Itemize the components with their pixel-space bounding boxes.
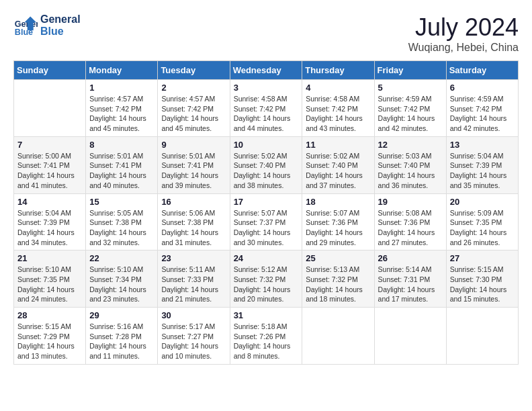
- day-number: 10: [234, 140, 299, 150]
- weekday-header-sunday: Sunday: [14, 61, 86, 80]
- day-number: 2: [161, 83, 226, 93]
- day-info: Sunrise: 5:02 AMSunset: 7:40 PMDaylight:…: [306, 151, 370, 191]
- day-number: 11: [306, 140, 370, 150]
- calendar-cell: [14, 80, 86, 137]
- day-info: Sunrise: 5:15 AMSunset: 7:30 PMDaylight:…: [450, 265, 515, 304]
- day-info: Sunrise: 4:57 AMSunset: 7:42 PMDaylight:…: [89, 94, 154, 134]
- calendar-week-row: 1Sunrise: 4:57 AMSunset: 7:42 PMDaylight…: [14, 80, 519, 137]
- weekday-header-monday: Monday: [86, 61, 158, 80]
- weekday-header-saturday: Saturday: [446, 61, 518, 80]
- day-number: 8: [89, 140, 154, 150]
- day-number: 5: [378, 83, 443, 93]
- day-number: 6: [450, 83, 515, 93]
- day-info: Sunrise: 5:16 AMSunset: 7:28 PMDaylight:…: [89, 322, 154, 361]
- day-info: Sunrise: 4:59 AMSunset: 7:42 PMDaylight:…: [450, 94, 515, 134]
- day-number: 15: [89, 197, 154, 207]
- calendar-cell: 21Sunrise: 5:10 AMSunset: 7:35 PMDayligh…: [14, 250, 86, 308]
- calendar-cell: 17Sunrise: 5:07 AMSunset: 7:37 PMDayligh…: [230, 193, 302, 250]
- day-number: 14: [17, 197, 82, 207]
- calendar-cell: 29Sunrise: 5:16 AMSunset: 7:28 PMDayligh…: [86, 308, 158, 365]
- day-info: Sunrise: 5:15 AMSunset: 7:29 PMDaylight:…: [17, 322, 82, 361]
- calendar-cell: 18Sunrise: 5:07 AMSunset: 7:36 PMDayligh…: [302, 193, 374, 250]
- calendar-cell: 23Sunrise: 5:11 AMSunset: 7:33 PMDayligh…: [158, 250, 230, 308]
- title-section: July 2024 Wuqiang, Hebei, China: [408, 13, 519, 54]
- day-info: Sunrise: 5:07 AMSunset: 7:37 PMDaylight:…: [234, 208, 299, 248]
- day-info: Sunrise: 5:13 AMSunset: 7:32 PMDaylight:…: [306, 265, 370, 304]
- day-number: 18: [306, 197, 370, 207]
- calendar-cell: 7Sunrise: 5:00 AMSunset: 7:41 PMDaylight…: [14, 136, 86, 193]
- day-number: 16: [161, 197, 226, 207]
- day-number: 30: [161, 310, 226, 320]
- day-info: Sunrise: 4:59 AMSunset: 7:42 PMDaylight:…: [378, 94, 443, 134]
- day-info: Sunrise: 5:06 AMSunset: 7:38 PMDaylight:…: [161, 208, 226, 248]
- weekday-header-thursday: Thursday: [302, 61, 374, 80]
- calendar-cell: 10Sunrise: 5:02 AMSunset: 7:40 PMDayligh…: [230, 136, 302, 193]
- calendar-cell: 31Sunrise: 5:18 AMSunset: 7:26 PMDayligh…: [230, 308, 302, 365]
- day-number: 25: [306, 253, 370, 263]
- calendar-cell: 1Sunrise: 4:57 AMSunset: 7:42 PMDaylight…: [86, 80, 158, 137]
- calendar-cell: 9Sunrise: 5:01 AMSunset: 7:41 PMDaylight…: [158, 136, 230, 193]
- day-number: 22: [89, 253, 154, 263]
- logo: General Blue General Blue: [13, 13, 81, 38]
- day-number: 12: [378, 140, 443, 150]
- calendar-cell: 25Sunrise: 5:13 AMSunset: 7:32 PMDayligh…: [302, 250, 374, 308]
- calendar-cell: 24Sunrise: 5:12 AMSunset: 7:32 PMDayligh…: [230, 250, 302, 308]
- day-info: Sunrise: 5:01 AMSunset: 7:41 PMDaylight:…: [89, 151, 154, 191]
- day-info: Sunrise: 5:09 AMSunset: 7:35 PMDaylight:…: [450, 208, 515, 248]
- day-info: Sunrise: 5:00 AMSunset: 7:41 PMDaylight:…: [17, 151, 82, 191]
- day-info: Sunrise: 5:08 AMSunset: 7:36 PMDaylight:…: [378, 208, 443, 248]
- day-info: Sunrise: 5:10 AMSunset: 7:35 PMDaylight:…: [17, 265, 82, 304]
- calendar-cell: 20Sunrise: 5:09 AMSunset: 7:35 PMDayligh…: [446, 193, 518, 250]
- calendar-cell: 28Sunrise: 5:15 AMSunset: 7:29 PMDayligh…: [14, 308, 86, 365]
- logo-general: General: [40, 13, 81, 26]
- day-info: Sunrise: 4:58 AMSunset: 7:42 PMDaylight:…: [306, 94, 370, 134]
- calendar-week-row: 28Sunrise: 5:15 AMSunset: 7:29 PMDayligh…: [14, 308, 519, 365]
- day-info: Sunrise: 5:05 AMSunset: 7:38 PMDaylight:…: [89, 208, 154, 248]
- day-number: 21: [17, 253, 82, 263]
- location-title: Wuqiang, Hebei, China: [408, 42, 519, 54]
- month-year-title: July 2024: [408, 13, 519, 42]
- day-number: 28: [17, 310, 82, 320]
- calendar-cell: 11Sunrise: 5:02 AMSunset: 7:40 PMDayligh…: [302, 136, 374, 193]
- day-info: Sunrise: 4:57 AMSunset: 7:42 PMDaylight:…: [161, 94, 226, 134]
- day-info: Sunrise: 5:03 AMSunset: 7:40 PMDaylight:…: [378, 151, 443, 191]
- weekday-header-row: SundayMondayTuesdayWednesdayThursdayFrid…: [14, 61, 519, 80]
- day-info: Sunrise: 5:02 AMSunset: 7:40 PMDaylight:…: [234, 151, 299, 191]
- calendar-week-row: 21Sunrise: 5:10 AMSunset: 7:35 PMDayligh…: [14, 250, 519, 308]
- day-info: Sunrise: 5:04 AMSunset: 7:39 PMDaylight:…: [17, 208, 82, 248]
- calendar-cell: 30Sunrise: 5:17 AMSunset: 7:27 PMDayligh…: [158, 308, 230, 365]
- calendar-cell: 19Sunrise: 5:08 AMSunset: 7:36 PMDayligh…: [374, 193, 446, 250]
- calendar-cell: 14Sunrise: 5:04 AMSunset: 7:39 PMDayligh…: [14, 193, 86, 250]
- calendar-cell: 5Sunrise: 4:59 AMSunset: 7:42 PMDaylight…: [374, 80, 446, 137]
- calendar-cell: [446, 308, 518, 365]
- day-info: Sunrise: 5:10 AMSunset: 7:34 PMDaylight:…: [89, 265, 154, 304]
- logo-blue: Blue: [40, 26, 81, 38]
- calendar-cell: 8Sunrise: 5:01 AMSunset: 7:41 PMDaylight…: [86, 136, 158, 193]
- day-info: Sunrise: 4:58 AMSunset: 7:42 PMDaylight:…: [234, 94, 299, 134]
- calendar-cell: 16Sunrise: 5:06 AMSunset: 7:38 PMDayligh…: [158, 193, 230, 250]
- day-number: 31: [234, 310, 299, 320]
- day-info: Sunrise: 5:07 AMSunset: 7:36 PMDaylight:…: [306, 208, 370, 248]
- weekday-header-wednesday: Wednesday: [230, 61, 302, 80]
- calendar-cell: 6Sunrise: 4:59 AMSunset: 7:42 PMDaylight…: [446, 80, 518, 137]
- logo-icon: General Blue: [13, 13, 38, 38]
- calendar-week-row: 7Sunrise: 5:00 AMSunset: 7:41 PMDaylight…: [14, 136, 519, 193]
- calendar-cell: 26Sunrise: 5:14 AMSunset: 7:31 PMDayligh…: [374, 250, 446, 308]
- calendar-cell: [302, 308, 374, 365]
- weekday-header-friday: Friday: [374, 61, 446, 80]
- day-number: 3: [234, 83, 299, 93]
- day-info: Sunrise: 5:18 AMSunset: 7:26 PMDaylight:…: [234, 322, 299, 361]
- calendar-cell: 27Sunrise: 5:15 AMSunset: 7:30 PMDayligh…: [446, 250, 518, 308]
- day-info: Sunrise: 5:04 AMSunset: 7:39 PMDaylight:…: [450, 151, 515, 191]
- day-info: Sunrise: 5:14 AMSunset: 7:31 PMDaylight:…: [378, 265, 443, 304]
- day-number: 1: [89, 83, 154, 93]
- day-number: 19: [378, 197, 443, 207]
- day-number: 13: [450, 140, 515, 150]
- day-number: 23: [161, 253, 226, 263]
- day-info: Sunrise: 5:12 AMSunset: 7:32 PMDaylight:…: [234, 265, 299, 304]
- day-number: 17: [234, 197, 299, 207]
- calendar-week-row: 14Sunrise: 5:04 AMSunset: 7:39 PMDayligh…: [14, 193, 519, 250]
- day-info: Sunrise: 5:17 AMSunset: 7:27 PMDaylight:…: [161, 322, 226, 361]
- day-number: 27: [450, 253, 515, 263]
- calendar-cell: 13Sunrise: 5:04 AMSunset: 7:39 PMDayligh…: [446, 136, 518, 193]
